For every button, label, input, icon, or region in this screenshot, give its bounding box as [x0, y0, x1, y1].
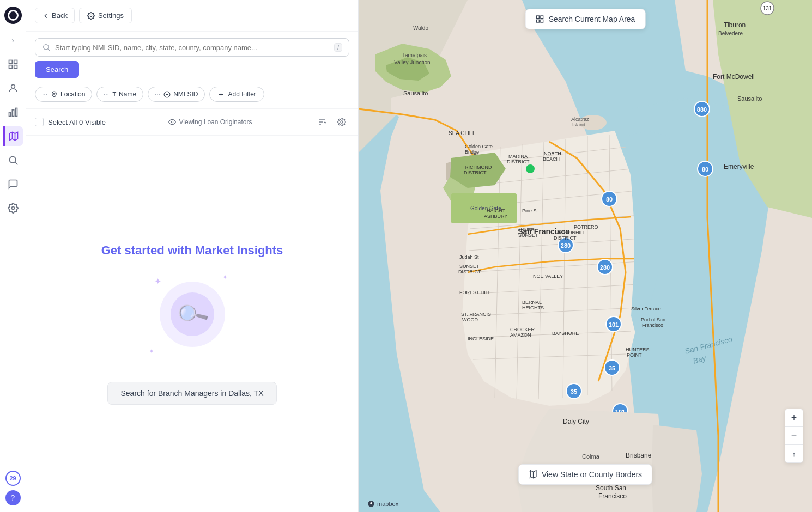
- svg-point-14: [44, 45, 49, 50]
- svg-rect-125: [537, 20, 540, 22]
- sidebar-icon-comment[interactable]: [3, 174, 23, 194]
- compass-button[interactable]: ↑: [785, 445, 803, 462]
- search-input[interactable]: [55, 44, 330, 52]
- svg-text:Colma: Colma: [582, 453, 600, 460]
- notification-icon: 29: [5, 471, 21, 486]
- sort-icon[interactable]: [314, 114, 330, 130]
- svg-text:Island: Island: [572, 122, 585, 127]
- view-borders-button[interactable]: View State or County Borders: [518, 464, 652, 485]
- svg-text:35: 35: [609, 365, 615, 371]
- slash-badge: /: [334, 43, 342, 52]
- search-input-wrapper: /: [35, 38, 349, 57]
- sidebar-icon-chart[interactable]: [3, 102, 23, 122]
- svg-point-12: [11, 207, 14, 210]
- svg-text:BAYSHORE: BAYSHORE: [552, 331, 579, 336]
- add-filter-icon: [217, 91, 225, 98]
- search-bar-container: /: [26, 32, 358, 61]
- svg-rect-7: [15, 108, 17, 117]
- results-header: Select All 0 Visible Viewing Loan Origin…: [26, 108, 358, 136]
- svg-text:Silver Terrace: Silver Terrace: [631, 306, 661, 312]
- svg-text:Tiburon: Tiburon: [724, 21, 746, 29]
- svg-point-4: [11, 84, 15, 88]
- svg-text:HAIGHT-: HAIGHT-: [487, 208, 507, 214]
- help-icon[interactable]: ?: [5, 490, 21, 505]
- search-button[interactable]: Search: [35, 61, 79, 78]
- empty-state-title: Get started with Market Insights: [101, 243, 283, 258]
- svg-text:SEA CLIFF: SEA CLIFF: [449, 130, 476, 136]
- svg-text:280: 280: [600, 264, 610, 271]
- svg-text:HILL: HILL: [575, 230, 586, 235]
- filter-tab-location[interactable]: ⋯ Location: [35, 87, 92, 102]
- magnifier-glass-icon: 🔍: [174, 296, 210, 332]
- svg-text:FOREST HILL: FOREST HILL: [459, 290, 491, 295]
- svg-text:80: 80: [702, 166, 708, 173]
- app-logo[interactable]: [4, 7, 22, 24]
- svg-text:AMAZON: AMAZON: [510, 332, 531, 338]
- sidebar-icon-user[interactable]: [3, 78, 23, 98]
- svg-point-22: [171, 121, 173, 123]
- svg-text:DISTRICT: DISTRICT: [554, 235, 577, 241]
- mapbox-attribution: mapbox: [367, 500, 398, 508]
- svg-text:HUNTERS: HUNTERS: [626, 347, 650, 352]
- svg-point-26: [341, 121, 343, 123]
- svg-text:WOOD: WOOD: [462, 317, 478, 322]
- add-filter-button[interactable]: Add Filter: [209, 87, 264, 102]
- svg-rect-0: [9, 60, 12, 64]
- svg-text:DISTRICT: DISTRICT: [464, 170, 487, 175]
- filter-tab-nmlsid[interactable]: ⋯ NMLSID: [148, 87, 205, 102]
- svg-rect-1: [14, 60, 17, 64]
- svg-text:MARINA: MARINA: [508, 154, 528, 159]
- search-magnifier-icon: [42, 43, 51, 52]
- svg-rect-126: [541, 20, 543, 22]
- sidebar-icon-map[interactable]: [3, 126, 23, 146]
- notification-badge-icon[interactable]: 29: [5, 471, 21, 486]
- select-all-checkbox[interactable]: [35, 118, 44, 126]
- svg-rect-3: [14, 65, 17, 69]
- expand-icon[interactable]: ›: [3, 31, 23, 50]
- svg-text:DISTRICT: DISTRICT: [507, 159, 530, 164]
- search-current-map-button[interactable]: Search Current Map Area: [525, 9, 646, 29]
- svg-text:CROCKER-: CROCKER-: [510, 327, 536, 332]
- svg-text:35: 35: [571, 388, 577, 395]
- zoom-out-button[interactable]: −: [785, 427, 803, 444]
- magnifier-illustration: ✦ ✦ ✦ 🔍: [143, 271, 241, 369]
- magnifier-inner: 🔍: [171, 292, 214, 336]
- svg-text:280: 280: [561, 242, 571, 249]
- column-settings-icon[interactable]: [334, 114, 349, 130]
- sidebar-icon-settings[interactable]: [3, 198, 23, 218]
- zoom-in-button[interactable]: +: [785, 409, 803, 426]
- svg-rect-5: [9, 112, 10, 117]
- sparkle-1: ✦: [154, 276, 161, 287]
- svg-text:Waldo: Waldo: [413, 25, 428, 31]
- viewing-label: Viewing Loan Originators: [168, 118, 252, 126]
- svg-text:HEIGHTS: HEIGHTS: [522, 305, 544, 310]
- svg-text:Judah St: Judah St: [459, 254, 479, 260]
- panel-header: Back Settings: [26, 0, 358, 32]
- location-pin-icon: [51, 91, 58, 98]
- svg-text:BERNAL: BERNAL: [522, 300, 542, 305]
- filter-tab-name[interactable]: ⋯ T Name: [96, 87, 143, 102]
- sidebar-icon-grid[interactable]: [3, 54, 23, 74]
- search-area-icon: [536, 15, 544, 23]
- map-canvas: 280 80 280 101 35 35 101 Alcatraz Island: [359, 0, 812, 512]
- svg-line-15: [48, 49, 50, 51]
- zoom-controls: + − ↑: [785, 409, 803, 463]
- back-button[interactable]: Back: [35, 8, 75, 23]
- search-panel: Back Settings / Search ⋯ Location ⋯ T Na…: [26, 0, 359, 512]
- sparkle-2: ✦: [222, 273, 228, 281]
- svg-text:Francisco: Francisco: [642, 322, 663, 328]
- svg-text:Fort McDowell: Fort McDowell: [713, 73, 755, 81]
- suggestion-button[interactable]: Search for Branch Managers in Dallas, TX: [107, 382, 277, 405]
- settings-button[interactable]: Settings: [79, 8, 132, 23]
- magnifier-circle: 🔍: [160, 282, 225, 347]
- svg-point-13: [90, 15, 92, 17]
- sparkle-3: ✦: [149, 348, 154, 355]
- svg-text:BEACH: BEACH: [543, 156, 560, 162]
- svg-text:Alcatraz: Alcatraz: [571, 117, 589, 122]
- select-all-label: Select All 0 Visible: [48, 118, 106, 126]
- svg-text:101: 101: [609, 321, 619, 328]
- sidebar-icon-search[interactable]: [3, 150, 23, 170]
- svg-text:Belvedere: Belvedere: [718, 31, 743, 36]
- svg-text:Sausalito: Sausalito: [403, 90, 428, 96]
- map-area[interactable]: 280 80 280 101 35 35 101 Alcatraz Island: [359, 0, 812, 512]
